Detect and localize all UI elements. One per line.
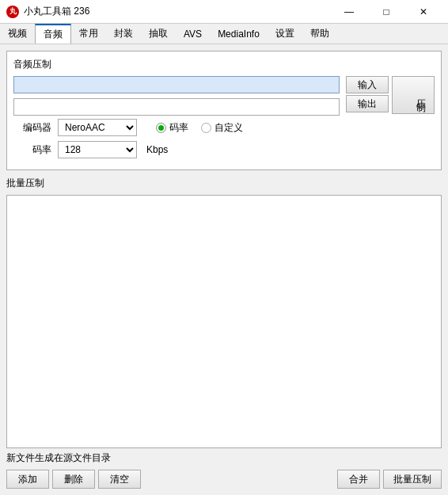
- compress-btn-container: 压制: [392, 76, 435, 119]
- radio-group: 码率自定义: [156, 121, 243, 135]
- encoder-row: 编码器 NeroAACQAACFLACMP3 码率自定义: [13, 119, 435, 136]
- bottom-buttons: 添加 删除 清空 合并 批量压制: [6, 468, 442, 489]
- app-icon: 丸: [6, 6, 19, 18]
- title-bar-controls: — □ ✕: [331, 0, 442, 24]
- title-bar-text: 小丸工具箱 236: [24, 5, 331, 18]
- batch-section: 批量压制 新文件生成在源文件目录 添加 删除 清空 合并 批量压制: [6, 177, 442, 489]
- radio-item-自定义[interactable]: 自定义: [201, 121, 243, 135]
- menu-item-视频[interactable]: 视频: [0, 24, 35, 44]
- menu-item-音频[interactable]: 音频: [35, 24, 71, 44]
- bitrate-select[interactable]: 6496128160192256320: [58, 141, 137, 158]
- menu-item-MediaInfo[interactable]: MediaInfo: [210, 24, 268, 44]
- kbps-label: Kbps: [146, 144, 168, 155]
- close-button[interactable]: ✕: [405, 0, 442, 24]
- clear-button[interactable]: 清空: [98, 470, 141, 489]
- merge-button[interactable]: 合并: [337, 470, 380, 489]
- menu-item-封装[interactable]: 封装: [106, 24, 141, 44]
- radio-circle-自定义: [201, 123, 211, 133]
- output-button[interactable]: 输出: [346, 95, 389, 112]
- audio-output-field[interactable]: [13, 98, 340, 116]
- radio-circle-码率: [156, 123, 166, 133]
- minimize-button[interactable]: —: [331, 0, 367, 24]
- add-button[interactable]: 添加: [6, 470, 49, 489]
- menu-item-帮助[interactable]: 帮助: [302, 24, 337, 44]
- title-bar: 丸 小丸工具箱 236 — □ ✕: [0, 0, 448, 24]
- bitrate-row: 码率 6496128160192256320 Kbps: [13, 141, 435, 158]
- footer-info: 新文件生成在源文件目录: [6, 448, 442, 468]
- compress-button[interactable]: 压制: [392, 76, 435, 114]
- encoder-select[interactable]: NeroAACQAACFLACMP3: [58, 119, 137, 136]
- bitrate-label: 码率: [13, 143, 51, 157]
- output-row: [13, 98, 340, 116]
- menu-item-常用[interactable]: 常用: [71, 24, 106, 44]
- menu-item-AVS[interactable]: AVS: [176, 24, 210, 44]
- menu-bar: 视频音频常用封装抽取AVSMediaInfo设置帮助: [0, 24, 448, 44]
- audio-input-field[interactable]: [13, 76, 340, 93]
- encoder-label: 编码器: [13, 121, 51, 135]
- input-row: [13, 76, 340, 93]
- audio-section-title: 音频压制: [13, 58, 435, 71]
- menu-item-抽取[interactable]: 抽取: [141, 24, 176, 44]
- radio-label-自定义: 自定义: [215, 121, 243, 135]
- audio-top-row: 输入 输出 压制: [13, 76, 435, 119]
- right-buttons: 输入 输出: [346, 76, 389, 119]
- radio-label-码率: 码率: [169, 121, 188, 135]
- menu-item-设置[interactable]: 设置: [268, 24, 302, 44]
- inputs-column: [13, 76, 340, 119]
- delete-button[interactable]: 删除: [52, 470, 95, 489]
- radio-item-码率[interactable]: 码率: [156, 121, 188, 135]
- spacer: [144, 470, 334, 489]
- maximize-button[interactable]: □: [368, 0, 404, 24]
- audio-compress-section: 音频压制 输入 输出 压制 编码器 NeroAACQAACFLACMP3: [6, 51, 442, 170]
- batch-list-area[interactable]: [6, 195, 442, 448]
- input-button[interactable]: 输入: [346, 76, 389, 93]
- batch-section-title: 批量压制: [6, 177, 442, 190]
- main-content: 音频压制 输入 输出 压制 编码器 NeroAACQAACFLACMP3: [0, 44, 448, 495]
- batch-compress-button[interactable]: 批量压制: [383, 470, 442, 489]
